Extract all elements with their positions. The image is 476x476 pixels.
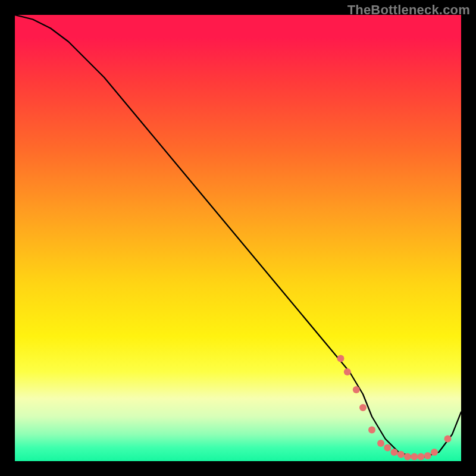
data-marker xyxy=(397,451,405,458)
data-marker xyxy=(431,449,438,456)
data-marker xyxy=(384,444,391,452)
data-marker xyxy=(337,355,345,362)
chart-frame: TheBottleneck.com xyxy=(0,0,476,476)
data-marker xyxy=(418,453,425,461)
data-marker xyxy=(377,440,384,447)
data-marker xyxy=(359,404,367,411)
curve-line xyxy=(15,15,461,457)
data-marker xyxy=(404,453,411,461)
data-marker xyxy=(344,368,351,375)
data-marker xyxy=(368,427,375,434)
data-marker xyxy=(411,453,418,461)
data-marker xyxy=(353,386,360,393)
data-marker xyxy=(424,452,431,459)
chart-svg xyxy=(15,15,461,461)
data-marker xyxy=(391,449,398,456)
data-marker xyxy=(444,436,452,443)
plot-area xyxy=(15,15,461,461)
marker-group xyxy=(337,355,452,461)
